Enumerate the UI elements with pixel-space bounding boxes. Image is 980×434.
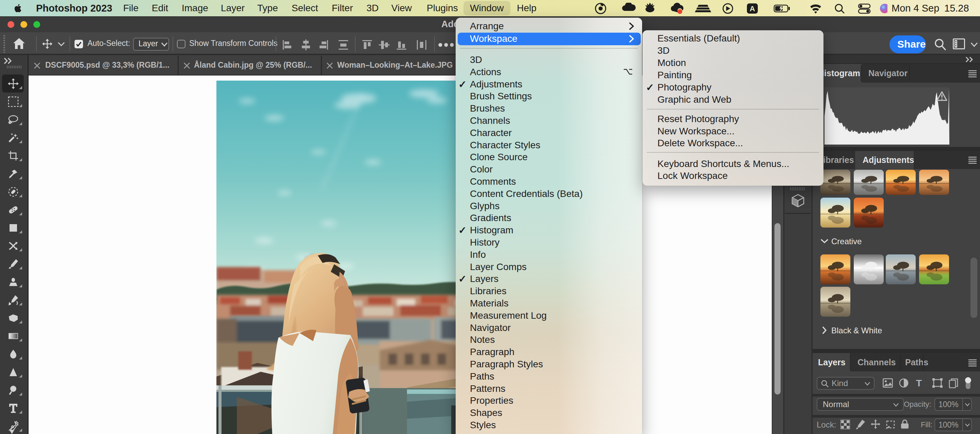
svg-text:A: A: [749, 5, 755, 13]
